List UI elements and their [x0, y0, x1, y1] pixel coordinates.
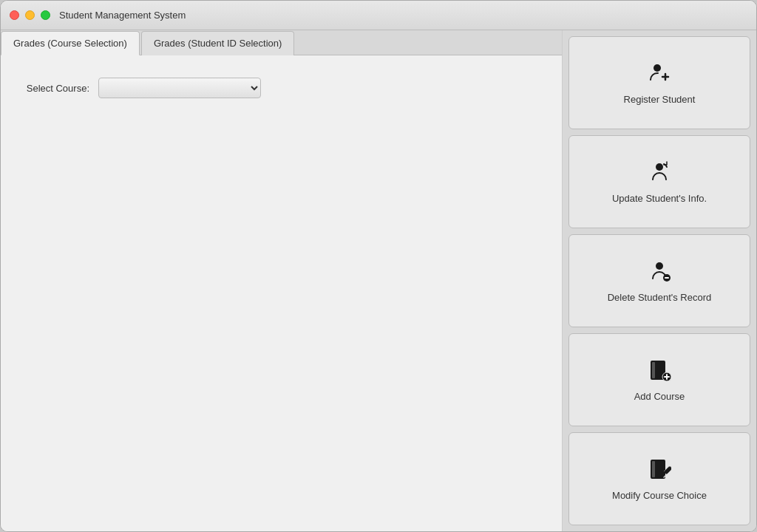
svg-point-1 [656, 163, 663, 171]
left-panel: Grades (Course Selection) Grades (Studen… [1, 30, 563, 531]
main-window: Student Management System Grades (Course… [0, 0, 757, 532]
select-course-dropdown[interactable] [98, 78, 261, 98]
close-button[interactable] [10, 10, 19, 20]
minimize-button[interactable] [25, 10, 35, 20]
modify-course-icon [648, 457, 671, 484]
traffic-lights [10, 10, 50, 20]
modify-course-button[interactable]: Modify Course Choice [568, 432, 750, 525]
window-title: Student Management System [59, 10, 186, 21]
tab-course-selection[interactable]: Grades (Course Selection) [1, 31, 140, 55]
svg-point-2 [656, 262, 663, 270]
register-student-icon [648, 61, 671, 88]
svg-point-0 [654, 64, 661, 72]
select-course-row: Select Course: [16, 78, 547, 98]
delete-student-label: Delete Student's Record [608, 292, 712, 303]
delete-student-button[interactable]: Delete Student's Record [568, 234, 750, 327]
maximize-button[interactable] [41, 10, 50, 20]
tab-student-id-selection[interactable]: Grades (Student ID Selection) [141, 31, 294, 55]
svg-rect-5 [652, 362, 655, 378]
select-course-label: Select Course: [16, 83, 89, 94]
add-course-label: Add Course [634, 391, 685, 402]
add-course-icon [648, 358, 671, 385]
title-bar: Student Management System [1, 1, 756, 30]
update-student-icon [648, 160, 671, 187]
svg-rect-8 [652, 461, 655, 477]
delete-student-icon [648, 259, 671, 286]
main-content: Grades (Course Selection) Grades (Studen… [1, 30, 756, 531]
add-course-button[interactable]: Add Course [568, 333, 750, 426]
right-panel: Register Student Update Student's Info. [563, 30, 756, 531]
register-student-button[interactable]: Register Student [568, 36, 750, 129]
register-student-label: Register Student [624, 94, 696, 105]
tab-bar: Grades (Course Selection) Grades (Studen… [1, 30, 562, 55]
tab-content: Select Course: [1, 55, 562, 531]
modify-course-label: Modify Course Choice [612, 490, 707, 501]
select-course-wrapper [98, 78, 261, 98]
update-student-button[interactable]: Update Student's Info. [568, 135, 750, 228]
update-student-label: Update Student's Info. [612, 193, 707, 204]
